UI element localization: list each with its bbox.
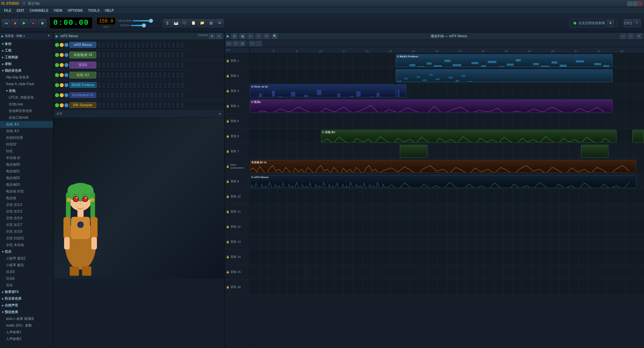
playlist-icon-btn5[interactable]: ⟳ [264,34,270,39]
nexus-pad-4[interactable] [110,42,114,48]
track-row-5[interactable] [250,114,644,129]
clip-guitar-small1[interactable] [632,130,644,142]
timeline-ruler[interactable]: 591317212529333741454953576165 [250,47,644,53]
browser-item-structure[interactable]: 工程构架 [0,54,53,61]
clip-nexus[interactable]: U reFX Nexus [250,175,636,188]
browser-item-guitarwood2[interactable]: 吉他 木2 [0,121,53,128]
track-row-15[interactable] [250,265,644,280]
clip-track7-1[interactable] [400,145,427,158]
record-button[interactable]: ● [29,19,37,27]
overdub-button[interactable]: ⏺ [38,19,46,27]
browser-item-demoacoustic[interactable]: 示范 木吉他 [0,242,53,248]
nexus-pad-9[interactable] [132,42,136,48]
dfh-yellow-btn[interactable] [60,103,64,107]
menu-options[interactable]: OPTIONS [65,8,86,13]
nexus-pad-11[interactable] [141,42,145,48]
browser-item-demo8[interactable]: 示范 吉它8 [0,228,53,235]
track-row-3[interactable]: U Orch_al #2 [250,83,644,99]
clip-strings6[interactable]: U 弦乐6 [250,100,612,112]
orch-blue-btn[interactable] [64,93,68,97]
menu-tools[interactable]: TOOLS [86,8,102,13]
menu-view[interactable]: VIEW [51,8,65,13]
track-row-2[interactable] [250,68,644,83]
rewind-button[interactable]: ⏮ [2,19,10,27]
online-settings-button[interactable]: ▼ [607,20,614,26]
dfh-green-btn[interactable] [55,103,59,107]
track-row-10[interactable] [250,189,644,204]
pattern-button[interactable]: ▦ [207,19,215,27]
pl-tool-2[interactable]: ✂ [233,41,239,46]
playlist-icon-btn6[interactable]: 🔍 [272,34,278,39]
nexus-pad-12[interactable] [145,42,149,48]
nexus-pad-7[interactable] [123,42,127,48]
clip-track7-2[interactable] [581,145,608,158]
nexus-pad-14[interactable] [154,42,158,48]
browser-item-folk[interactable]: 民乐音色库 [0,295,53,302]
online-bar[interactable]: 点击启用在线新闻 ▼ [569,19,618,27]
browser-item-demo4[interactable]: 示范 吉它4 [0,215,53,222]
browser-item-vocal1[interactable]: 人声效果1 [0,329,53,336]
pitch-knob[interactable] [142,23,146,27]
playlist-maximize[interactable]: □ [628,34,634,39]
browser-item-strings-folder[interactable]: 弦乐 [0,248,53,255]
browser-item-strings[interactable]: 弦乐 [0,282,53,289]
orch-green-btn[interactable] [55,93,59,97]
nexus-pad-10[interactable] [137,42,141,48]
browser-item-presets[interactable]: 预设效果 [0,309,53,315]
browser-item-electric02[interactable]: 电吉他02 [0,175,53,181]
nexus-blue-btn[interactable] [64,43,68,47]
clip-orch[interactable]: U Orch_al #2 [250,84,396,97]
track-row-16[interactable] [250,280,644,295]
guitar-name[interactable]: 木吉他 好 #2 [69,52,96,58]
browser-item-keepit[interactable]: Keep It..mple Pack [0,81,53,88]
tracks-area[interactable]: U BASS Fretless [250,53,644,295]
browser-item-electric[interactable]: 电吉他 [0,195,53,201]
orch-yellow-btn[interactable] [60,93,64,97]
track-row-11[interactable] [250,204,644,219]
master-vol-track[interactable] [132,20,159,21]
browser-item-demostrum[interactable]: 示范 扫弦01 [0,235,53,242]
clip-orch-small[interactable] [396,84,406,97]
wood-name[interactable]: 吉他 木2 [69,72,96,78]
channel-rack-settings[interactable]: ⚙ [209,34,215,39]
browser-item-mylibrary[interactable]: 我的音色库 [0,67,53,74]
strings-yellow-btn[interactable] [60,63,64,67]
wood-yellow-btn[interactable] [60,73,64,77]
channel-rack-close[interactable]: ✕ [216,34,222,39]
browser-item-nature[interactable]: 自然声音 [0,302,53,309]
browser-item-vocal2[interactable]: 人声效果2 [0,336,53,342]
playlist-minimize[interactable]: — [620,34,626,39]
browser-item-realst[interactable]: realst..(KS）参数 [0,322,53,329]
browser-item-violin[interactable]: 小提琴 拨弦 [0,262,53,269]
browser-item-demo2[interactable]: 示范 吉它2 [0,201,53,208]
strings-blue-btn[interactable] [64,63,68,67]
dfh-name[interactable]: Dfh Sampler [69,102,96,108]
channel-rack-button[interactable]: 🎹 [172,19,180,27]
menu-help[interactable]: HELP [102,8,117,13]
nexus-pad-3[interactable] [106,42,110,48]
nexus-pad-6[interactable] [119,42,123,48]
bpm-display[interactable]: 159.9 [97,17,115,25]
guitar-green-btn[interactable] [55,53,59,57]
browser-item-project[interactable]: 工程 [0,47,53,54]
pl-tool-3[interactable]: ⊞ [239,41,246,46]
nexus-pad-20[interactable] [180,42,184,48]
clip-bass-fretless[interactable]: U BASS Fretless [396,54,612,67]
playlist-icon-btn1[interactable]: ⊞ [231,34,237,39]
browser-item-sfx[interactable]: 效果音FX [0,289,53,295]
clip-automation[interactable]: 木吉他 好 #2 [250,160,636,173]
track-row-14[interactable] [250,249,644,265]
strings-name[interactable]: 弦乐6 [69,62,96,68]
track-row-12[interactable] [250,219,644,234]
piano-roll-button[interactable]: 🎼 [181,19,189,27]
browser-item-backup[interactable]: 备份 [0,41,53,47]
panel-close-button[interactable]: ✕ [48,34,52,38]
nexus-pad-8[interactable] [128,42,132,48]
browser-item-strum02[interactable]: 扫弦02 [0,141,53,148]
track-row-1[interactable]: U BASS Fretless [250,53,644,68]
browser-item-acousticgood[interactable]: 木吉他 好 [0,155,53,161]
settings-button[interactable]: ⚙ [216,19,224,27]
browser-item-electricstrum[interactable]: 电吉他 扫弦 [0,188,53,195]
browser-item-guitarloop[interactable]: 吉他Loop [0,101,53,108]
orch-name[interactable]: Orchestral #2 [69,92,96,98]
